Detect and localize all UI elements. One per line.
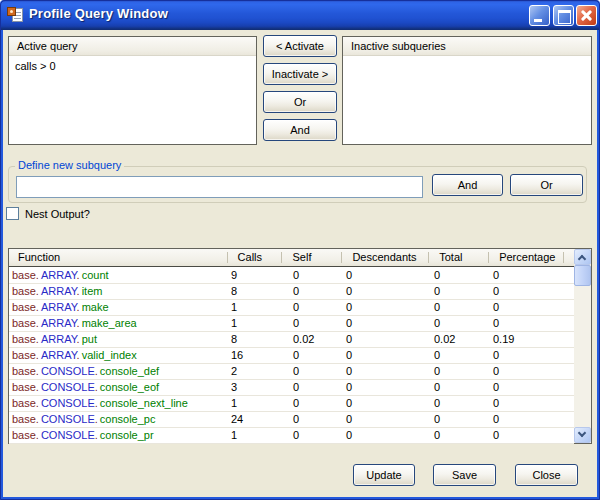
active-query-header: Active query [9, 37, 256, 56]
value-cell: 0 [490, 364, 565, 379]
value-cell: 0 [283, 412, 343, 427]
value-cell: 16 [228, 348, 283, 363]
and-combine-button[interactable]: And [263, 119, 337, 141]
function-name-cell: base.ARRAY.item [9, 284, 228, 299]
table-row[interactable]: base.ARRAY.valid_index160000 [9, 348, 574, 364]
active-query-item[interactable]: calls > 0 [9, 56, 256, 76]
value-cell: 0 [343, 268, 430, 283]
value-cell: 0 [430, 364, 490, 379]
column-header-function[interactable]: Function [9, 249, 228, 266]
inactivate-button[interactable]: Inactivate > [263, 63, 337, 85]
function-name-cell: base.ARRAY.count [9, 268, 228, 283]
value-cell: 0 [490, 316, 565, 331]
value-cell: 0.02 [430, 332, 490, 347]
value-cell: 0 [283, 364, 343, 379]
function-name-cell: base.CONSOLE.console_pc [9, 412, 228, 427]
close-dialog-button[interactable]: Close [515, 464, 578, 486]
value-cell: 0 [490, 380, 565, 395]
value-cell: 0 [343, 332, 430, 347]
column-header-percentage[interactable]: Percentage [489, 249, 564, 266]
value-cell: 0 [283, 380, 343, 395]
value-cell: 0 [430, 300, 490, 315]
value-cell: 0 [283, 316, 343, 331]
app-icon [7, 7, 23, 23]
table-row[interactable]: base.CONSOLE.console_eof30000 [9, 380, 574, 396]
value-cell: 0 [283, 428, 343, 443]
value-cell: 0 [283, 284, 343, 299]
table-row[interactable]: base.ARRAY.item80000 [9, 284, 574, 300]
column-header-total[interactable]: Total [429, 249, 489, 266]
value-cell: 8 [228, 332, 283, 347]
window-title: Profile Query Window [29, 0, 168, 28]
and-button[interactable]: And [432, 174, 503, 196]
value-cell: 0 [490, 428, 565, 443]
maximize-button[interactable] [553, 5, 574, 26]
value-cell: 0 [343, 316, 430, 331]
value-cell: 0 [490, 284, 565, 299]
table-body: base.ARRAY.count90000base.ARRAY.item8000… [9, 268, 574, 444]
or-button[interactable]: Or [510, 174, 583, 196]
value-cell: 1 [228, 316, 283, 331]
value-cell: 0 [343, 428, 430, 443]
define-subquery-label: Define new subquery [15, 159, 124, 172]
value-cell: 0 [490, 412, 565, 427]
active-query-panel: Active query calls > 0 [8, 36, 257, 145]
column-header-descendants[interactable]: Descendants [342, 249, 429, 266]
value-cell: 1 [228, 428, 283, 443]
value-cell: 1 [228, 300, 283, 315]
value-cell: 0 [283, 348, 343, 363]
value-cell: 0 [430, 284, 490, 299]
value-cell: 0 [490, 348, 565, 363]
update-button[interactable]: Update [353, 464, 415, 486]
vertical-scrollbar[interactable] [574, 249, 591, 443]
table-header: FunctionCallsSelfDescendantsTotalPercent… [9, 249, 574, 267]
minimize-button[interactable] [529, 5, 550, 26]
column-header-calls[interactable]: Calls [228, 249, 283, 266]
or-combine-button[interactable]: Or [263, 91, 337, 113]
subquery-input[interactable] [16, 176, 423, 198]
inactive-subqueries-header: Inactive subqueries [343, 37, 591, 56]
value-cell: 0 [430, 348, 490, 363]
titlebar[interactable]: Profile Query Window [0, 0, 600, 30]
value-cell: 0 [283, 268, 343, 283]
function-name-cell: base.ARRAY.put [9, 332, 228, 347]
scrollbar-thumb[interactable] [574, 265, 591, 286]
nest-output-label: Nest Output? [25, 207, 90, 221]
save-button[interactable]: Save [433, 464, 496, 486]
function-name-cell: base.CONSOLE.console_def [9, 364, 228, 379]
value-cell: 0 [343, 284, 430, 299]
table-row[interactable]: base.CONSOLE.console_pr10000 [9, 428, 574, 444]
value-cell: 9 [228, 268, 283, 283]
table-row[interactable]: base.CONSOLE.console_pc240000 [9, 412, 574, 428]
table-row[interactable]: base.ARRAY.count90000 [9, 268, 574, 284]
close-button[interactable] [576, 5, 597, 26]
nest-output-checkbox[interactable] [6, 207, 19, 220]
column-header-self[interactable]: Self [282, 249, 342, 266]
activate-button[interactable]: < Activate [263, 35, 337, 57]
table-row[interactable]: base.ARRAY.make_area10000 [9, 316, 574, 332]
value-cell: 0 [430, 268, 490, 283]
value-cell: 0 [283, 396, 343, 411]
dialog-content: Active query calls > 0 < Activate Inacti… [3, 30, 597, 497]
value-cell: 1 [228, 396, 283, 411]
column-header-filler [564, 249, 574, 266]
function-table: FunctionCallsSelfDescendantsTotalPercent… [8, 248, 592, 444]
value-cell: 0 [343, 300, 430, 315]
value-cell: 0 [343, 396, 430, 411]
function-name-cell: base.ARRAY.valid_index [9, 348, 228, 363]
function-name-cell: base.CONSOLE.console_next_line [9, 396, 228, 411]
scroll-up-button[interactable] [574, 249, 591, 265]
profile-query-window: Profile Query Window Active query calls … [0, 0, 600, 500]
table-row[interactable]: base.ARRAY.make10000 [9, 300, 574, 316]
table-row[interactable]: base.CONSOLE.console_next_line10000 [9, 396, 574, 412]
value-cell: 0 [490, 268, 565, 283]
function-name-cell: base.CONSOLE.console_pr [9, 428, 228, 443]
value-cell: 0 [343, 412, 430, 427]
table-row[interactable]: base.CONSOLE.console_def20000 [9, 364, 574, 380]
scroll-down-button[interactable] [574, 427, 591, 443]
inactive-subqueries-body[interactable] [343, 56, 591, 64]
value-cell: 0.19 [490, 332, 565, 347]
table-row[interactable]: base.ARRAY.put80.0200.020.19 [9, 332, 574, 348]
function-name-cell: base.ARRAY.make [9, 300, 228, 315]
function-name-cell: base.CONSOLE.console_eof [9, 380, 228, 395]
